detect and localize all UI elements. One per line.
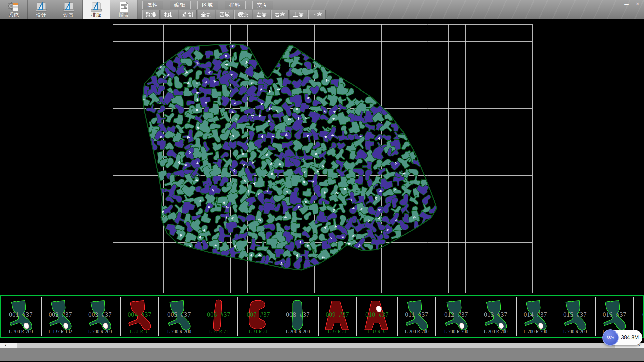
piece-lr-count: L:31 R:31 <box>239 329 277 335</box>
tool-button-snap-right[interactable]: 右靠 <box>271 10 289 19</box>
piece-label: 010_#37 <box>358 311 396 318</box>
thumbnail-cell[interactable]: 013_#37 L:200 R:200 <box>477 297 515 336</box>
piece-thumbnail-strip: 001_#37 L:700 R:700 002_#37 L:132 R:132 … <box>0 295 644 338</box>
module-button-settings[interactable]: 设置 <box>55 0 83 19</box>
module-button-system[interactable]: 系统 <box>0 0 28 19</box>
close-button[interactable]: ✕ <box>632 0 643 8</box>
thumbnail-cell[interactable]: 011_#37 L:200 R:200 <box>397 297 436 336</box>
memory-status-pill: 38% 384.8M <box>603 330 642 345</box>
thumbnail-cell[interactable]: 006_#37 L:21 R:21 <box>200 297 238 336</box>
minimize-button[interactable]: — <box>621 0 632 8</box>
piece-label: 004_#37 <box>121 311 158 318</box>
memory-percent: 38% <box>607 336 614 340</box>
tool-button-snap-top[interactable]: 上靠 <box>290 10 307 19</box>
piece-label: 011_#37 <box>398 311 435 318</box>
piece-label: 002_#37 <box>42 311 79 318</box>
tool-button-cut-all[interactable]: 全割 <box>198 10 215 19</box>
thumbnail-cell[interactable]: 015_#37 L:200 R:200 <box>556 297 594 336</box>
piece-lr-count: L:200 R:200 <box>160 329 198 335</box>
thumbnail-cell[interactable]: 014_#37 L:200 R:200 <box>516 297 554 336</box>
tool-row: 聚排 相机 选割 全割 区域 瑕疵 左靠 右靠 上靠 下靠 <box>142 10 326 19</box>
piece-label: 007_#37 <box>239 311 277 318</box>
thumbnail-cell[interactable]: 002_#37 L:132 R:132 <box>41 297 79 336</box>
piece-lr-count: L:200 R:200 <box>556 329 594 335</box>
tool-button-camera[interactable]: 相机 <box>161 10 178 19</box>
piece-label: 009_#37 <box>319 311 356 318</box>
piece-label: 015_#37 <box>556 311 594 318</box>
module-label: 报表 <box>110 12 137 18</box>
menu-button-properties[interactable]: 属性 <box>142 1 163 9</box>
menu-button-interaction[interactable]: 交互 <box>252 1 273 9</box>
piece-lr-count: L:21 R:21 <box>200 329 237 335</box>
piece-lr-count: L:132 R:132 <box>42 329 79 335</box>
top-toolbar: 系统 设计 <box>0 0 644 19</box>
thumbnail-cell[interactable]: 001_#37 L:700 R:700 <box>2 297 40 336</box>
scroll-left-arrow-icon[interactable]: ‹ <box>0 343 17 348</box>
module-button-bar: 系统 设计 <box>0 0 138 19</box>
module-label: 排版 <box>83 12 110 18</box>
module-label: 设置 <box>55 12 82 18</box>
menu-button-region[interactable]: 区域 <box>197 1 218 9</box>
piece-lr-count: L:200 R:200 <box>81 329 119 335</box>
thumbnail-cell[interactable]: 012_#37 L:200 R:200 <box>437 297 475 336</box>
menu-button-edit[interactable]: 编辑 <box>170 1 191 9</box>
window-controls: — ✕ <box>621 0 643 8</box>
application-window: 系统 设计 <box>0 0 644 362</box>
piece-lr-count: L:200 R:200 <box>477 329 515 335</box>
piece-label: 005_#37 <box>160 311 198 318</box>
status-footer <box>0 348 644 361</box>
module-button-nesting-active[interactable]: 排版 <box>83 0 110 19</box>
thumbnail-cell[interactable]: 010_#37 L:33 R:33 <box>358 297 396 336</box>
piece-lr-count: L:31 R:31 <box>121 329 158 335</box>
piece-label: 001_#37 <box>2 311 40 318</box>
piece-lr-count: L:200 R:200 <box>398 329 435 335</box>
piece-label: 006_#37 <box>200 311 237 318</box>
memory-percent-badge: 38% <box>602 329 619 346</box>
module-label: 设计 <box>28 12 55 18</box>
tool-button-defect[interactable]: 瑕疵 <box>234 10 252 19</box>
piece-label: 008_#37 <box>279 311 317 318</box>
piece-lr-count: L:200 R:200 <box>279 329 317 335</box>
piece-label: 013_#37 <box>477 311 515 318</box>
piece-label: 017_#37 <box>635 311 644 318</box>
tool-button-snap-left[interactable]: 左靠 <box>253 10 270 19</box>
piece-lr-count: L:33 R:33 <box>358 329 396 335</box>
nesting-canvas[interactable] <box>0 19 644 295</box>
piece-lr-count: L:700 R:700 <box>2 329 40 335</box>
thumbnail-cell[interactable]: 007_#37 L:31 R:31 <box>239 297 277 336</box>
module-label: 系统 <box>0 12 27 18</box>
thumbnail-cell[interactable]: 005_#37 L:200 R:200 <box>160 297 198 336</box>
piece-label: 016_#37 <box>596 311 633 318</box>
thumbnail-cell[interactable]: 003_#37 L:200 R:200 <box>81 297 119 336</box>
memory-amount: 384.8M <box>621 330 639 345</box>
tool-button-cluster[interactable]: 聚排 <box>142 10 160 19</box>
module-button-design[interactable]: 设计 <box>28 0 55 19</box>
piece-label: 014_#37 <box>517 311 554 318</box>
piece-lr-count: L:32 R:31 <box>319 329 356 335</box>
tool-button-region[interactable]: 区域 <box>216 10 233 19</box>
piece-label: 012_#37 <box>437 311 475 318</box>
module-button-report[interactable]: 报表 <box>110 0 138 19</box>
thumbnail-cell[interactable]: 004_#37 L:31 R:31 <box>120 297 159 336</box>
thumbnail-cell[interactable]: 008_#37 L:200 R:200 <box>279 297 317 336</box>
thumbnail-cell[interactable]: 009_#37 L:32 R:31 <box>318 297 357 336</box>
piece-lr-count: L:200 R:200 <box>517 329 554 335</box>
horizontal-scrollbar[interactable]: ‹ › <box>0 343 644 348</box>
menu-button-nesting[interactable]: 排料 <box>225 1 246 9</box>
piece-label: 003_#37 <box>81 311 119 318</box>
tool-button-select-cut[interactable]: 选割 <box>179 10 197 19</box>
tool-button-snap-bottom[interactable]: 下靠 <box>308 10 326 19</box>
menu-row: 属性 编辑 区域 排料 交互 <box>142 1 273 9</box>
piece-lr-count: L:200 R:200 <box>437 329 475 335</box>
